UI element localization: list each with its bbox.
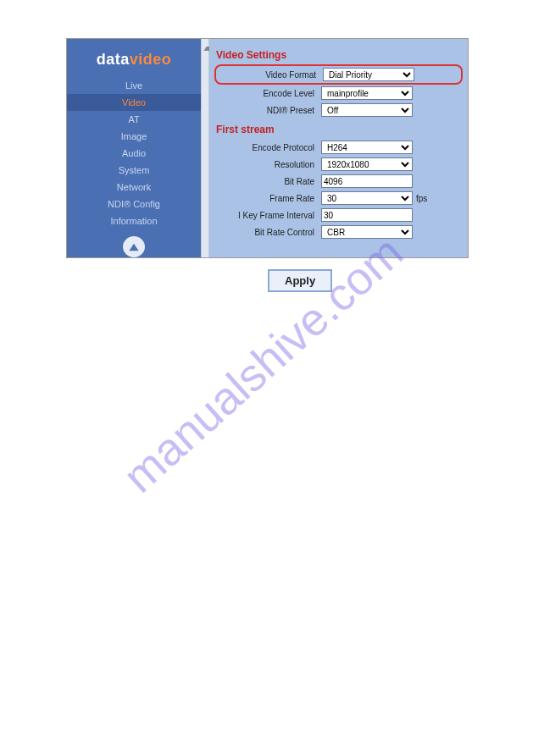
- sidebar-item-image[interactable]: Image: [67, 128, 201, 145]
- sidebar-item-ndi-config[interactable]: NDI® Config: [67, 196, 201, 212]
- label-ndi-preset: NDI® Preset: [216, 106, 321, 115]
- row-brcontrol: Bit Rate Control CBR: [216, 225, 461, 239]
- sidebar: datavideo Live Video AT Image Audio Syst…: [67, 39, 201, 257]
- suffix-fps: fps: [413, 194, 427, 203]
- sidebar-item-label: Network: [117, 182, 151, 192]
- logo: datavideo: [97, 39, 172, 77]
- watermark-text: manualshive.com: [113, 225, 413, 502]
- sidebar-item-label: AT: [128, 114, 139, 124]
- logo-part2: video: [130, 51, 172, 68]
- label-resolution: Resolution: [216, 160, 321, 169]
- row-keyframe: I Key Frame Interval: [216, 208, 461, 222]
- sidebar-item-label: Image: [121, 131, 147, 141]
- row-ndi-preset: NDI® Preset Off: [216, 103, 461, 117]
- apply-button[interactable]: Apply: [268, 269, 332, 292]
- section-video-settings: Video Settings: [216, 49, 461, 61]
- select-video-format[interactable]: Dial Priority: [323, 68, 414, 81]
- label-encode-level: Encode Level: [216, 89, 321, 98]
- select-framerate[interactable]: 30: [321, 191, 413, 205]
- select-encode-protocol[interactable]: H264: [321, 141, 413, 154]
- sidebar-item-label: Live: [125, 80, 142, 91]
- logo-part1: data: [97, 51, 130, 68]
- sidebar-item-label: NDI® Config: [108, 199, 160, 209]
- section-first-stream: First stream: [216, 124, 461, 135]
- label-brcontrol: Bit Rate Control: [216, 228, 321, 237]
- sidebar-item-system[interactable]: System: [67, 162, 201, 179]
- sidebar-nav: Live Video AT Image Audio System Network…: [67, 77, 201, 229]
- select-brcontrol[interactable]: CBR: [321, 225, 413, 239]
- sidebar-item-label: Video: [122, 97, 146, 108]
- sidebar-item-live[interactable]: Live: [67, 77, 201, 94]
- row-resolution: Resolution 1920x1080: [216, 157, 461, 171]
- sidebar-item-label: System: [119, 165, 150, 175]
- apply-wrap: Apply: [268, 269, 332, 292]
- sidebar-item-label: Audio: [122, 148, 146, 158]
- label-bitrate: Bit Rate: [216, 177, 321, 186]
- app-frame: datavideo Live Video AT Image Audio Syst…: [66, 38, 469, 258]
- sidebar-item-label: Information: [110, 216, 157, 226]
- label-keyframe: I Key Frame Interval: [216, 211, 321, 220]
- select-ndi-preset[interactable]: Off: [321, 103, 413, 117]
- sidebar-item-video[interactable]: Video: [67, 94, 201, 111]
- input-bitrate[interactable]: [321, 174, 413, 188]
- settings-panel: Video Settings Video Format Dial Priorit…: [209, 39, 468, 257]
- row-encode-protocol: Encode Protocol H264: [216, 141, 461, 154]
- sidebar-item-at[interactable]: AT: [67, 111, 201, 128]
- panel-divider[interactable]: [201, 39, 209, 257]
- label-video-format: Video Format: [218, 70, 323, 80]
- row-bitrate: Bit Rate: [216, 174, 461, 188]
- row-framerate: Frame Rate 30 fps: [216, 191, 461, 205]
- scroll-up-icon[interactable]: [123, 236, 145, 257]
- row-encode-level: Encode Level mainprofile: [216, 86, 461, 100]
- row-video-format: Video Format Dial Priority: [214, 64, 463, 85]
- select-encode-level[interactable]: mainprofile: [321, 86, 413, 100]
- label-encode-protocol: Encode Protocol: [216, 143, 321, 152]
- select-resolution[interactable]: 1920x1080: [321, 157, 413, 171]
- label-framerate: Frame Rate: [216, 194, 321, 203]
- svg-marker-0: [129, 243, 138, 250]
- input-keyframe[interactable]: [321, 208, 413, 222]
- sidebar-item-audio[interactable]: Audio: [67, 145, 201, 162]
- sidebar-item-network[interactable]: Network: [67, 179, 201, 196]
- sidebar-item-information[interactable]: Information: [67, 212, 201, 229]
